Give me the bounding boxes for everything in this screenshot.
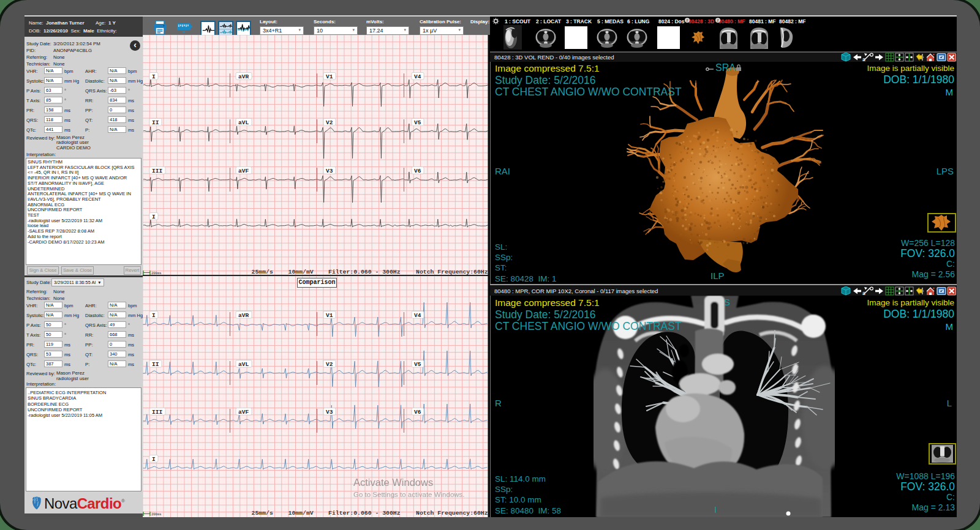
svg-text:I: I (152, 214, 156, 220)
svg-text:10mm/mV: 10mm/mV (288, 510, 314, 517)
svg-text:V2: V2 (326, 119, 333, 126)
svg-text:aVL: aVL (238, 119, 249, 126)
svg-text:25mm/s: 25mm/s (252, 269, 273, 275)
svg-text:aVL: aVL (238, 361, 249, 368)
svg-text:Filter:0.060 - 300Hz: Filter:0.060 - 300Hz (328, 510, 401, 517)
svg-text:aVF: aVF (238, 168, 249, 174)
svg-text:Notch Frequency:60Hz: Notch Frequency:60Hz (416, 269, 488, 275)
svg-text:V1: V1 (326, 312, 333, 319)
svg-text:200ms: 200ms (151, 271, 162, 275)
svg-text:V3: V3 (326, 409, 333, 416)
svg-text:V3: V3 (326, 168, 333, 174)
svg-text:III: III (152, 409, 162, 416)
svg-text:Notch Frequency:60Hz: Notch Frequency:60Hz (416, 510, 488, 517)
svg-text:V5: V5 (414, 119, 421, 126)
svg-text:V2: V2 (326, 361, 333, 368)
svg-text:II: II (152, 361, 159, 368)
svg-text:I: I (152, 456, 156, 463)
svg-text:I: I (152, 312, 156, 319)
svg-text:V6: V6 (414, 168, 421, 174)
svg-text:aVF: aVF (238, 409, 249, 416)
svg-text:III: III (152, 168, 162, 174)
svg-text:V4: V4 (414, 312, 421, 319)
svg-text:V6: V6 (414, 409, 421, 416)
svg-text:10mm/mV: 10mm/mV (288, 269, 314, 275)
svg-text:I: I (152, 73, 156, 80)
svg-text:II: II (152, 119, 159, 126)
svg-text:aVR: aVR (238, 312, 249, 319)
svg-text:Filter:0.060 - 300Hz: Filter:0.060 - 300Hz (328, 269, 401, 275)
svg-text:V5: V5 (414, 361, 421, 368)
svg-text:25mm/s: 25mm/s (252, 510, 273, 517)
svg-text:V1: V1 (326, 73, 333, 80)
svg-text:200ms: 200ms (151, 512, 162, 517)
svg-text:V4: V4 (414, 73, 421, 80)
svg-text:aVR: aVR (238, 73, 249, 80)
